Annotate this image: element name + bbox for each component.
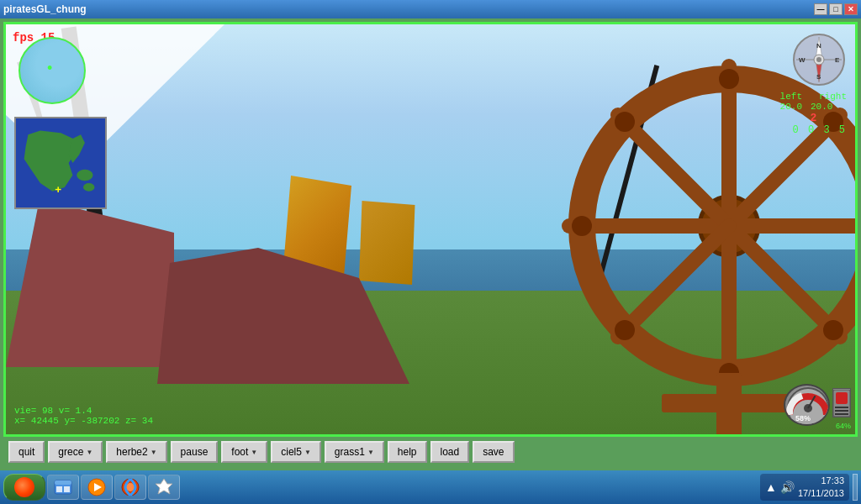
svg-line-9 xyxy=(618,226,729,337)
svg-point-24 xyxy=(77,170,92,181)
window-title: piratesGL_chung xyxy=(3,3,87,15)
volume-tray-icon[interactable]: 🔊 xyxy=(780,480,795,494)
svg-point-32 xyxy=(816,57,821,62)
grece-dropdown[interactable]: grece ▼ xyxy=(48,441,103,463)
close-button[interactable]: ✕ xyxy=(844,3,858,15)
controls-bar: quit grece ▼ herbe2 ▼ pause foot ▼ ciel5… xyxy=(3,437,858,467)
taskbar: ▲ 🔊 17:33 17/11/2013 xyxy=(0,470,861,504)
taskbar-explorer[interactable] xyxy=(47,475,79,500)
speedo-percentage: 58% xyxy=(795,414,811,423)
title-bar: piratesGL_chung — □ ✕ xyxy=(0,0,861,18)
system-clock: 17:33 17/11/2013 xyxy=(798,475,844,501)
maximize-button[interactable]: □ xyxy=(829,3,843,15)
volume-icon xyxy=(832,388,851,417)
ciel5-arrow: ▼ xyxy=(304,449,311,456)
quit-button[interactable]: quit xyxy=(8,441,45,463)
left-value: 20.0 xyxy=(780,102,802,112)
svg-rect-41 xyxy=(836,392,848,404)
right-label: right xyxy=(819,92,847,102)
hud-counter: 0 0 3 5 xyxy=(780,124,847,136)
sail-2 xyxy=(359,201,418,285)
application-window: piratesGL_chung — □ ✕ xyxy=(0,0,861,504)
svg-text:S: S xyxy=(816,73,821,81)
svg-text:+: + xyxy=(55,183,61,196)
svg-rect-42 xyxy=(835,407,848,408)
svg-marker-53 xyxy=(156,479,172,494)
svg-point-16 xyxy=(823,320,843,340)
svg-rect-43 xyxy=(835,410,848,412)
grece-arrow: ▼ xyxy=(86,449,92,456)
window-controls: — □ ✕ xyxy=(814,3,858,15)
clock-time: 17:33 xyxy=(798,475,844,487)
svg-point-15 xyxy=(615,112,635,132)
svg-text:N: N xyxy=(816,42,821,50)
left-label: left xyxy=(780,92,802,102)
volume-percentage: 64% xyxy=(836,422,851,430)
herbe2-arrow: ▼ xyxy=(151,449,157,456)
svg-line-7 xyxy=(729,226,840,337)
hud-stats: left right 20.0 20.0 2 0 0 3 5 xyxy=(780,92,847,136)
taskbar-media[interactable] xyxy=(81,475,113,500)
svg-rect-20 xyxy=(662,394,796,412)
svg-text:E: E xyxy=(835,56,840,64)
coordinates-display: vie= 98 v= 1.4 x= 42445 y= -387202 z= 34 xyxy=(14,406,153,426)
herbe2-dropdown[interactable]: herbe2 ▼ xyxy=(106,441,166,463)
start-button[interactable] xyxy=(3,474,45,501)
grass1-dropdown[interactable]: grass1 ▼ xyxy=(325,441,384,463)
map-inset: + xyxy=(14,117,107,209)
radar-minimap xyxy=(18,37,86,104)
load-button[interactable]: load xyxy=(430,441,470,463)
network-signal-icon: ▲ xyxy=(765,480,777,494)
speedo-dial: 58% xyxy=(784,384,830,426)
system-tray: ▲ 🔊 17:33 17/11/2013 xyxy=(760,474,849,501)
show-desktop-button[interactable] xyxy=(853,474,858,501)
ciel5-dropdown[interactable]: ciel5 ▼ xyxy=(271,441,321,463)
speedometer: 58% 64% xyxy=(784,384,851,430)
taskbar-game[interactable] xyxy=(148,475,180,500)
vie-display: vie= 98 v= 1.4 xyxy=(14,406,153,416)
xyz-display: x= 42445 y= -387202 z= 34 xyxy=(14,416,153,426)
foot-dropdown[interactable]: foot ▼ xyxy=(221,441,267,463)
svg-point-13 xyxy=(572,216,592,236)
pause-button[interactable]: pause xyxy=(171,441,219,463)
svg-rect-44 xyxy=(835,413,848,415)
game-area: fps 15 + xyxy=(0,18,861,470)
svg-rect-46 xyxy=(55,480,71,485)
right-value: 20.0 xyxy=(811,102,832,112)
windows-logo-icon xyxy=(14,477,34,497)
help-button[interactable]: help xyxy=(388,441,427,463)
save-button[interactable]: save xyxy=(473,441,514,463)
svg-rect-48 xyxy=(64,486,70,492)
game-viewport[interactable]: fps 15 + xyxy=(3,22,858,437)
taskbar-browser[interactable] xyxy=(114,475,146,500)
foot-arrow: ▼ xyxy=(251,449,257,456)
clock-date: 17/11/2013 xyxy=(798,487,844,500)
hud-score: 2 xyxy=(780,112,847,124)
svg-point-25 xyxy=(83,183,94,192)
svg-rect-47 xyxy=(56,486,62,492)
svg-line-6 xyxy=(618,115,729,226)
svg-point-11 xyxy=(719,69,739,89)
grass1-arrow: ▼ xyxy=(367,449,374,456)
compass-rose: N S W E xyxy=(792,33,847,87)
svg-point-18 xyxy=(615,320,635,340)
svg-text:W: W xyxy=(799,56,806,64)
minimize-button[interactable]: — xyxy=(814,3,827,15)
